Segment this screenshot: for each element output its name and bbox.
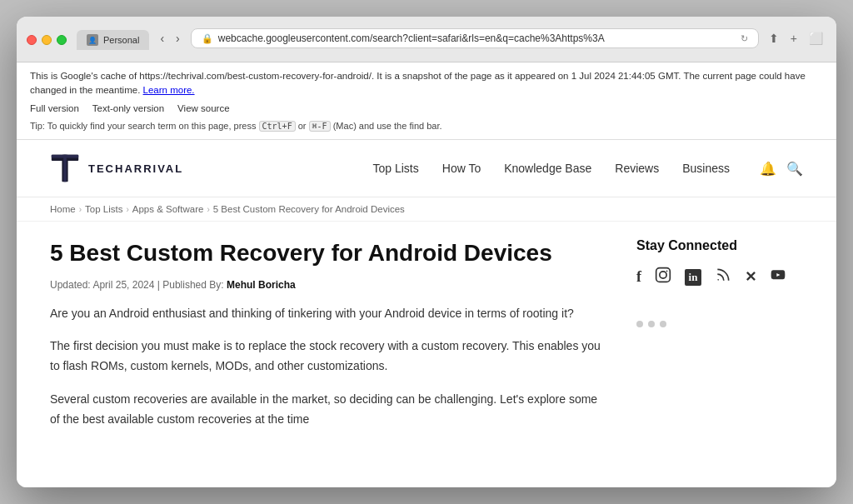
view-source-link[interactable]: View source: [177, 102, 229, 116]
breadcrumb-sep-3: ›: [207, 205, 209, 214]
svg-rect-3: [52, 155, 78, 158]
article-paragraph-3: Several custom recoveries are available …: [50, 390, 603, 430]
fullscreen-button[interactable]: [57, 35, 67, 45]
instagram-icon[interactable]: [655, 267, 671, 287]
sidebar-button[interactable]: ⬜: [806, 30, 826, 47]
linkedin-icon[interactable]: in: [685, 269, 701, 286]
full-version-link[interactable]: Full version: [30, 102, 79, 116]
ad-dot-1: [636, 321, 643, 327]
svg-point-7: [717, 279, 719, 281]
nav-item-top-lists[interactable]: Top Lists: [373, 162, 419, 175]
tip-text-content: Tip: To quickly find your search term on…: [30, 121, 442, 131]
breadcrumb-current: 5 Best Custom Recovery for Android Devic…: [213, 204, 405, 214]
site-content: TECHARRIVAL Top Lists How To Knowledge B…: [17, 140, 836, 487]
site-nav: Top Lists How To Knowledge Base Reviews …: [373, 161, 803, 177]
breadcrumb: Home › Top Lists › Apps & Software › 5 B…: [17, 197, 836, 222]
nav-arrows: ‹ ›: [156, 30, 183, 47]
nav-item-business[interactable]: Business: [682, 162, 730, 175]
address-bar[interactable]: 🔒 webcache.googleusercontent.com/search?…: [191, 28, 759, 48]
nav-icons: 🔔 🔍: [760, 161, 803, 177]
main-article: 5 Best Custom Recovery for Android Devic…: [50, 238, 603, 442]
breadcrumb-top-lists[interactable]: Top Lists: [85, 204, 122, 214]
cache-tip: Tip: To quickly find your search term on…: [30, 119, 823, 133]
sidebar: Stay Connected f in: [636, 238, 803, 442]
article-meta: Updated: April 25, 2024 | Published By: …: [50, 279, 603, 291]
text-only-link[interactable]: Text-only version: [92, 102, 164, 116]
tab-bar: 👤 Personal: [77, 30, 149, 50]
breadcrumb-sep-2: ›: [126, 205, 128, 214]
facebook-icon[interactable]: f: [636, 268, 641, 286]
main-layout: 5 Best Custom Recovery for Android Devic…: [17, 222, 836, 459]
x-twitter-icon[interactable]: ✕: [745, 268, 756, 286]
browser-top-bar: 👤 Personal ‹ › 🔒 webcache.googleusercont…: [27, 25, 826, 55]
article-updated: Updated: April 25, 2024: [50, 279, 154, 291]
nav-item-reviews[interactable]: Reviews: [615, 162, 659, 175]
address-bar-row: ‹ › 🔒 webcache.googleusercontent.com/sea…: [156, 25, 826, 55]
back-button[interactable]: ‹: [156, 30, 168, 47]
browser-right-controls: ⬆ + ⬜: [766, 30, 826, 47]
site-header: TECHARRIVAL Top Lists How To Knowledge B…: [17, 140, 836, 197]
cache-notice-text: This is Google's cache of https://techri…: [30, 69, 823, 98]
stay-connected-section: Stay Connected f in: [636, 238, 803, 287]
svg-rect-4: [656, 268, 671, 282]
stay-connected-title: Stay Connected: [636, 238, 803, 253]
cache-links-row: Full version Text-only version View sour…: [30, 102, 823, 116]
share-button[interactable]: ⬆: [766, 30, 782, 47]
breadcrumb-apps-software[interactable]: Apps & Software: [132, 204, 204, 214]
nav-item-knowledge-base[interactable]: Knowledge Base: [504, 162, 591, 175]
article-published: Published By:: [162, 279, 223, 291]
tab-favicon-icon: 👤: [87, 34, 98, 46]
browser-window: 👤 Personal ‹ › 🔒 webcache.googleusercont…: [17, 17, 836, 487]
tab-label: Personal: [103, 35, 139, 45]
logo-icon: [50, 153, 80, 183]
svg-rect-2: [63, 155, 67, 182]
browser-tab[interactable]: 👤 Personal: [77, 30, 149, 50]
article-title: 5 Best Custom Recovery for Android Devic…: [50, 238, 603, 268]
article-author[interactable]: Mehul Boricha: [227, 279, 296, 291]
article-paragraph-2: The first decision you must make is to r…: [50, 337, 603, 377]
search-button[interactable]: 🔍: [786, 161, 803, 177]
close-button[interactable]: [27, 35, 37, 45]
secure-icon: 🔒: [202, 33, 213, 44]
breadcrumb-home[interactable]: Home: [50, 204, 76, 214]
article-paragraph-1: Are you an Android enthusiast and thinki…: [50, 304, 603, 324]
address-text: webcache.googleusercontent.com/search?cl…: [218, 32, 736, 44]
ad-dot-3: [660, 321, 666, 327]
ad-placeholder: [636, 321, 803, 327]
notification-bell-button[interactable]: 🔔: [760, 161, 776, 177]
social-icons: f in: [636, 267, 803, 287]
breadcrumb-sep-1: ›: [79, 205, 82, 214]
ad-dot-2: [648, 321, 655, 327]
svg-point-5: [660, 272, 666, 278]
learn-more-link[interactable]: Learn more.: [143, 85, 195, 95]
cache-notice-bar: This is Google's cache of https://techri…: [17, 62, 836, 140]
refresh-icon[interactable]: ↻: [741, 33, 748, 44]
site-logo: TECHARRIVAL: [50, 153, 183, 183]
rss-icon[interactable]: [715, 267, 731, 287]
new-tab-button[interactable]: +: [787, 30, 801, 47]
browser-chrome: 👤 Personal ‹ › 🔒 webcache.googleusercont…: [17, 17, 836, 62]
youtube-icon[interactable]: [770, 267, 786, 287]
forward-button[interactable]: ›: [172, 30, 184, 47]
logo-text: TECHARRIVAL: [88, 162, 183, 175]
svg-point-6: [666, 271, 668, 272]
traffic-lights: [27, 35, 67, 45]
minimize-button[interactable]: [42, 35, 52, 45]
article-body: Are you an Android enthusiast and thinki…: [50, 304, 603, 430]
nav-item-how-to[interactable]: How To: [442, 162, 481, 175]
